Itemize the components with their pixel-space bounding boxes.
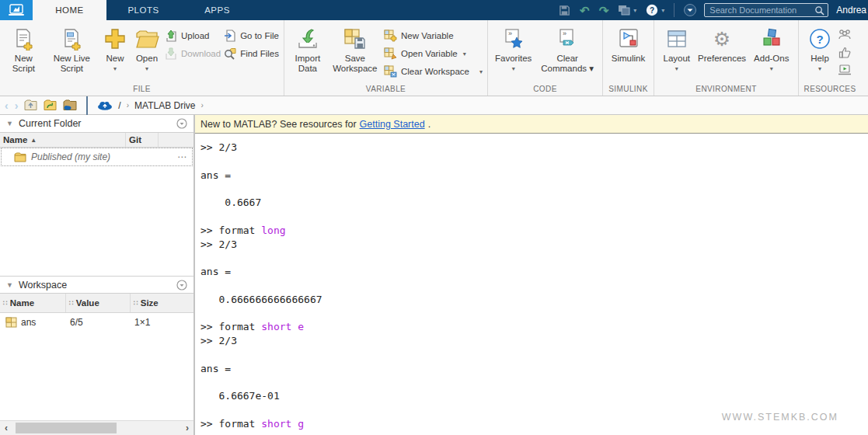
redo-icon[interactable]: ↷ bbox=[599, 5, 609, 16]
sort-ascending-icon: ▲ bbox=[30, 137, 37, 144]
preferences-button[interactable]: ⚙ Preferences bbox=[694, 23, 750, 64]
new-live-script-button[interactable]: New Live Script bbox=[44, 23, 99, 74]
current-folder-collapse-icon[interactable]: ▼ bbox=[6, 120, 13, 127]
help-caret-icon[interactable]: ▾ bbox=[661, 7, 664, 14]
window-layout-caret-icon[interactable]: ▾ bbox=[633, 7, 636, 14]
current-folder-panel: ▼ Current Folder Name ▲ Git bbox=[0, 115, 193, 276]
terminal-line: 0.6667 bbox=[200, 196, 868, 210]
window-layout-icon[interactable] bbox=[618, 5, 630, 16]
new-script-button[interactable]: New Script bbox=[3, 23, 44, 74]
workspace-panel: ▼ Workspace ∷ Name ∷ Value ∷ Size bbox=[0, 276, 193, 420]
column-header-blank bbox=[159, 133, 193, 147]
terminal-line: >> format short e bbox=[200, 320, 868, 334]
go-to-file-button[interactable]: Go to File bbox=[224, 28, 279, 44]
command-output[interactable]: >> 2/3 ans = 0.6667 >> format long>> 2/3… bbox=[195, 134, 868, 435]
simulink-icon bbox=[617, 26, 640, 52]
addons-button[interactable]: Add-Ons ▾ bbox=[750, 23, 793, 72]
download-button[interactable]: Download bbox=[165, 46, 221, 61]
courses-icon[interactable] bbox=[836, 62, 853, 78]
breadcrumb-matlab-drive[interactable]: MATLAB Drive bbox=[134, 100, 195, 111]
sidebar-horizontal-scrollbar: ‹ › bbox=[0, 420, 193, 435]
user-name[interactable]: Andrea bbox=[836, 5, 868, 16]
matlab-logo[interactable] bbox=[0, 0, 33, 20]
save-icon[interactable] bbox=[559, 5, 570, 16]
topbar-separator bbox=[674, 3, 675, 17]
column-header-ws-name[interactable]: ∷ Name bbox=[0, 294, 66, 312]
column-header-ws-value[interactable]: ∷ Value bbox=[66, 294, 131, 312]
find-files-icon bbox=[224, 47, 236, 60]
account-chevron-icon[interactable] bbox=[684, 4, 696, 16]
search-input[interactable] bbox=[709, 5, 814, 15]
import-data-button[interactable]: Import Data bbox=[288, 23, 328, 74]
folder-cloud-icon[interactable] bbox=[63, 99, 77, 111]
workspace-menu-icon[interactable] bbox=[176, 280, 187, 291]
folder-up-icon[interactable] bbox=[24, 99, 37, 111]
help-icon: ? bbox=[809, 26, 831, 52]
nav-forward-icon[interactable]: › bbox=[15, 100, 19, 111]
save-workspace-button[interactable]: Save Workspace bbox=[328, 23, 382, 74]
favorites-button[interactable]: » Favorites ▾ bbox=[491, 23, 535, 72]
column-header-ws-size[interactable]: ∷ Size bbox=[131, 294, 193, 312]
tab-plots[interactable]: PLOTS bbox=[106, 0, 180, 20]
scrollbar-track[interactable] bbox=[12, 421, 181, 435]
getting-started-link[interactable]: Getting Started bbox=[360, 119, 425, 130]
matlab-drive-cloud-icon[interactable] bbox=[97, 100, 113, 110]
undo-icon[interactable]: ↶ bbox=[580, 5, 590, 16]
breadcrumb-chevron-icon: › bbox=[201, 101, 204, 110]
workspace-row-ans[interactable]: ans 6/5 1×1 bbox=[0, 313, 193, 332]
folder-row-published[interactable]: Published (my site) ⋯ bbox=[1, 148, 193, 166]
favorites-caret-icon: ▾ bbox=[512, 65, 515, 72]
drag-grip-icon: ∷ bbox=[3, 299, 7, 307]
folder-name: Published (my site) bbox=[31, 151, 110, 162]
variable-icon bbox=[5, 317, 17, 328]
new-variable-button[interactable]: New Variable bbox=[384, 28, 483, 44]
terminal-line: 6.6667e-01 bbox=[200, 389, 868, 403]
terminal-line: ans = bbox=[200, 169, 868, 183]
breadcrumb-root[interactable]: / bbox=[118, 100, 120, 111]
help-button[interactable]: ? Help ▾ bbox=[805, 23, 835, 72]
terminal-line bbox=[200, 210, 868, 224]
simulink-button[interactable]: Simulink bbox=[608, 23, 649, 64]
documentation-search bbox=[704, 3, 828, 17]
ribbon-section-environment: Layout ▾ ⚙ Preferences Add-Ons ▾ ENVI bbox=[654, 20, 799, 96]
find-files-button[interactable]: Find Files bbox=[224, 46, 279, 61]
layout-button[interactable]: Layout ▾ bbox=[660, 23, 695, 72]
ribbon-section-file: New Script New Live Script bbox=[0, 20, 284, 96]
clear-commands-button[interactable]: » Clear Commands ▾ bbox=[535, 23, 599, 74]
terminal-line bbox=[200, 307, 868, 321]
like-icon[interactable] bbox=[836, 44, 853, 60]
terminal-line: >> 2/3 bbox=[200, 238, 868, 252]
search-icon[interactable] bbox=[814, 5, 824, 16]
current-folder-menu-icon[interactable] bbox=[176, 118, 187, 129]
help-circle-icon[interactable]: ? bbox=[646, 4, 658, 16]
section-label-file: FILE bbox=[0, 83, 284, 96]
workspace-collapse-icon[interactable]: ▼ bbox=[6, 281, 13, 289]
tab-home[interactable]: HOME bbox=[33, 0, 106, 20]
scroll-right-icon[interactable]: › bbox=[181, 423, 193, 433]
open-variable-button[interactable]: Open Variable ▾ bbox=[384, 46, 483, 61]
open-caret-icon: ▾ bbox=[145, 65, 148, 72]
variable-name: ans bbox=[21, 317, 36, 328]
addons-icon bbox=[760, 26, 783, 52]
home-ribbon: New Script New Live Script bbox=[0, 20, 868, 96]
favorites-icon: » bbox=[502, 26, 525, 52]
new-button[interactable]: New ▾ bbox=[99, 23, 131, 72]
folder-sync-icon[interactable] bbox=[44, 99, 57, 111]
column-header-name[interactable]: Name ▲ bbox=[0, 133, 126, 147]
top-bar: HOME PLOTS APPS ↶ ↷ ▾ ? ▾ bbox=[0, 0, 868, 20]
upload-button[interactable]: Upload bbox=[165, 28, 221, 44]
column-header-git[interactable]: Git bbox=[126, 133, 159, 147]
terminal-line bbox=[200, 376, 868, 390]
terminal-line bbox=[200, 251, 868, 265]
row-more-icon[interactable]: ⋯ bbox=[177, 151, 187, 162]
scroll-left-icon[interactable]: ‹ bbox=[0, 423, 12, 433]
clear-workspace-button[interactable]: Clear Workspace ▾ bbox=[384, 64, 483, 79]
nav-back-icon[interactable]: ‹ bbox=[5, 100, 9, 111]
community-icon[interactable] bbox=[836, 26, 853, 42]
variable-size: 1×1 bbox=[131, 317, 150, 328]
left-sidebar: ▼ Current Folder Name ▲ Git bbox=[0, 115, 195, 435]
open-button[interactable]: Open ▾ bbox=[131, 23, 163, 72]
open-variable-caret-icon: ▾ bbox=[463, 50, 466, 57]
tab-apps[interactable]: APPS bbox=[180, 0, 254, 20]
scrollbar-thumb[interactable] bbox=[16, 423, 117, 433]
